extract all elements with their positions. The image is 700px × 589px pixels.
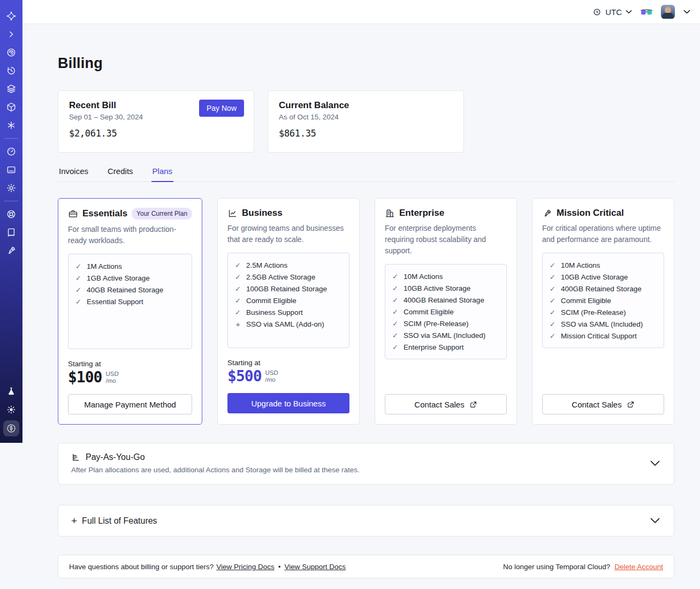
check-icon: ✓ <box>75 261 82 273</box>
price-amount: $100 <box>68 369 102 386</box>
plan-feature-text: 2.5M Actions <box>246 260 287 271</box>
recent-bill-amount: $2,061.35 <box>69 128 243 139</box>
plan-feature-text: 10M Actions <box>561 260 600 271</box>
clock-icon <box>592 7 602 17</box>
footer-separator: • <box>278 563 281 571</box>
rocket-icon[interactable] <box>4 243 19 258</box>
full-features-accordion[interactable]: + Full List of Features <box>58 505 674 537</box>
plan-feature-text: 1M Actions <box>87 261 122 273</box>
dollar-coin-icon[interactable] <box>3 420 19 436</box>
price-period: /mo <box>265 376 278 383</box>
plan-feature-text: 100GB Retained Storage <box>246 283 327 295</box>
billing-summary-row: Recent Bill Sep 01 – Sep 30, 2024 $2,061… <box>58 90 674 153</box>
contact-sales-button[interactable]: Contact Sales <box>385 394 507 414</box>
external-link-icon <box>627 401 635 409</box>
plan-feature-item: ✓10M Actions <box>549 260 657 271</box>
line-chart-icon <box>227 208 238 218</box>
view-pricing-docs-link[interactable]: View Pricing Docs <box>216 563 275 571</box>
check-icon: ✓ <box>234 307 241 319</box>
glasses-icon[interactable] <box>641 8 652 16</box>
flask-icon[interactable] <box>4 384 19 399</box>
view-support-docs-link[interactable]: View Support Docs <box>284 563 346 571</box>
tab-plans[interactable]: Plans <box>151 167 174 182</box>
manage-payment-method-button[interactable]: Manage Payment Method <box>68 394 192 414</box>
plan-feature-item: ✓Essential Support <box>75 296 185 308</box>
user-avatar[interactable] <box>661 5 675 19</box>
page-title: Billing <box>58 55 674 72</box>
building-icon <box>385 208 395 218</box>
tab-invoices[interactable]: Invoices <box>58 167 89 182</box>
footer-right-question: No longer using Temporal Cloud? <box>503 563 610 571</box>
plus-icon: + <box>71 516 77 526</box>
check-icon: ✓ <box>75 296 82 308</box>
book-icon[interactable] <box>4 225 19 240</box>
plan-feature-text: 10GB Active Storage <box>404 283 470 294</box>
namespaces-icon[interactable] <box>4 45 19 60</box>
briefcase-icon <box>68 209 78 219</box>
account-menu-chevron-icon[interactable] <box>683 10 690 14</box>
plan-card-mission-critical: Mission Critical For critical operations… <box>532 198 674 425</box>
plan-feature-item: ✓10GB Active Storage <box>392 283 500 294</box>
plan-feature-text: SSO via SAML (Included) <box>561 319 643 330</box>
chevron-down-icon[interactable] <box>650 518 660 524</box>
full-features-title: Full List of Features <box>82 516 157 526</box>
pay-now-button[interactable]: Pay Now <box>199 100 244 117</box>
layers-icon[interactable] <box>4 81 19 96</box>
plan-feature-text: Commit Eligible <box>561 295 611 307</box>
contact-sales-label: Contact Sales <box>572 400 621 409</box>
schedules-icon[interactable] <box>4 63 19 78</box>
sidebar-nav <box>0 0 22 443</box>
upgrade-to-business-button[interactable]: Upgrade to Business <box>227 393 349 413</box>
tab-credits[interactable]: Credits <box>106 167 134 182</box>
timezone-label: UTC <box>605 7 622 17</box>
gear-icon[interactable] <box>4 180 19 195</box>
current-balance-card: Current Balance As of Oct 15, 2024 $861.… <box>268 90 464 153</box>
plan-description: For enterprise deployments requiring rob… <box>385 223 507 256</box>
check-icon: ✓ <box>549 319 556 330</box>
plan-feature-item: ✓SCIM (Pre-Release) <box>549 307 657 319</box>
asterisk-icon[interactable] <box>4 118 19 133</box>
check-icon: ✓ <box>549 271 556 283</box>
plan-feature-list: ✓1M Actions✓1GB Active Storage✓40GB Reta… <box>68 254 192 349</box>
plan-feature-text: 400GB Retained Storage <box>404 294 484 306</box>
gauge-icon[interactable] <box>4 144 19 159</box>
check-icon: ✓ <box>234 271 241 283</box>
plan-feature-text: 40GB Retained Storage <box>87 284 163 296</box>
invoice-icon[interactable] <box>4 162 19 177</box>
plan-feature-item: +SSO via SAML (Add-on) <box>234 319 343 330</box>
plans-grid: Essentials Your Current Plan For small t… <box>58 198 674 425</box>
delete-account-link[interactable]: Delete Account <box>614 563 663 571</box>
sidebar-divider <box>4 138 18 139</box>
plan-feature-item: ✓Mission Critical Support <box>549 330 657 342</box>
price-amount: $500 <box>227 368 261 384</box>
plan-feature-item: ✓1M Actions <box>75 261 185 273</box>
sun-icon[interactable] <box>4 402 19 417</box>
plan-feature-item: ✓Business Support <box>234 307 343 319</box>
check-icon: ✓ <box>549 330 556 342</box>
payg-accordion[interactable]: Pay-As-You-Go After Plan allocations are… <box>58 443 674 485</box>
plan-feature-list: ✓2.5M Actions✓2.5GB Active Storage✓100GB… <box>227 253 349 348</box>
plus-icon: + <box>234 319 241 330</box>
payg-title: Pay-As-You-Go <box>86 452 145 462</box>
check-icon: ✓ <box>392 330 399 342</box>
price-currency: USD <box>105 371 118 377</box>
chevron-down-icon[interactable] <box>650 460 660 466</box>
current-balance-asof: As of Oct 15, 2024 <box>279 113 453 121</box>
check-icon: ✓ <box>549 295 556 307</box>
contact-sales-button[interactable]: Contact Sales <box>542 394 664 414</box>
topbar: UTC <box>22 0 700 24</box>
lifebuoy-icon[interactable] <box>4 207 19 222</box>
billing-tabs: Invoices Credits Plans <box>58 167 674 182</box>
chevron-right-icon[interactable] <box>4 27 19 42</box>
price-period: /mo <box>105 377 118 384</box>
cube-icon[interactable] <box>4 100 19 115</box>
timezone-selector[interactable]: UTC <box>592 7 632 17</box>
check-icon: ✓ <box>234 260 241 271</box>
plan-feature-item: ✓2.5GB Active Storage <box>234 271 343 283</box>
check-icon: ✓ <box>75 273 82 284</box>
plan-description: For critical operations where uptime and… <box>542 223 664 245</box>
plan-price: Starting at $100 USD /mo <box>68 360 192 386</box>
temporal-logo-icon[interactable] <box>4 9 19 24</box>
recent-bill-card: Recent Bill Sep 01 – Sep 30, 2024 $2,061… <box>58 90 254 153</box>
price-currency: USD <box>265 369 278 376</box>
